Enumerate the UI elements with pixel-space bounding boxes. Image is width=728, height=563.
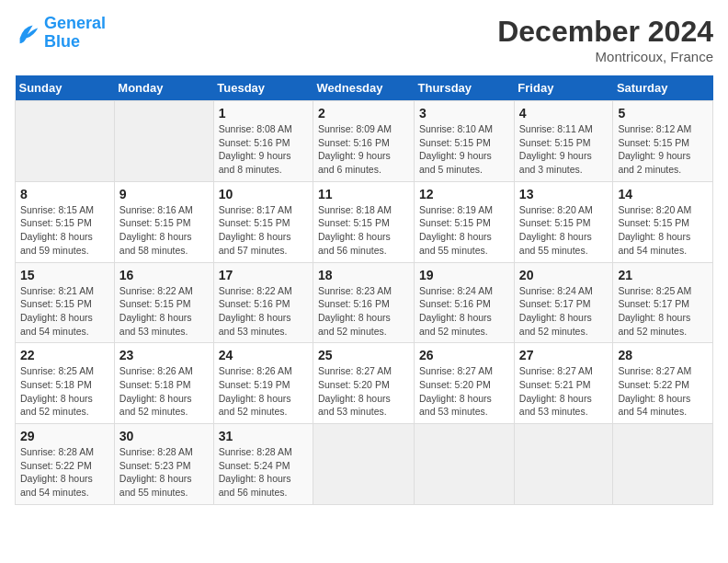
day-info: Sunrise: 8:27 AMSunset: 5:20 PMDaylight:… xyxy=(318,364,409,419)
day-number: 14 xyxy=(618,187,708,201)
location-subtitle: Montricoux, France xyxy=(497,49,713,64)
calendar-day-cell: 15Sunrise: 8:21 AMSunset: 5:15 PMDayligh… xyxy=(16,262,115,343)
day-info: Sunrise: 8:27 AMSunset: 5:20 PMDaylight:… xyxy=(419,364,509,419)
day-info: Sunrise: 8:19 AMSunset: 5:15 PMDaylight:… xyxy=(419,203,509,258)
empty-cell xyxy=(313,424,415,505)
calendar-week-row: 29Sunrise: 8:28 AMSunset: 5:22 PMDayligh… xyxy=(16,424,713,505)
day-number: 17 xyxy=(219,268,308,282)
calendar-day-cell: 23Sunrise: 8:26 AMSunset: 5:18 PMDayligh… xyxy=(114,343,213,424)
calendar-day-cell: 19Sunrise: 8:24 AMSunset: 5:16 PMDayligh… xyxy=(415,262,515,343)
day-number: 29 xyxy=(20,429,109,443)
day-info: Sunrise: 8:24 AMSunset: 5:17 PMDaylight:… xyxy=(519,284,609,339)
day-number: 18 xyxy=(318,268,409,282)
day-number: 21 xyxy=(618,268,708,282)
calendar-week-row: 22Sunrise: 8:25 AMSunset: 5:18 PMDayligh… xyxy=(16,343,713,424)
day-info: Sunrise: 8:25 AMSunset: 5:18 PMDaylight:… xyxy=(20,364,109,419)
calendar-day-cell: 2Sunrise: 8:09 AMSunset: 5:16 PMDaylight… xyxy=(313,101,415,182)
empty-cell xyxy=(16,101,115,182)
day-number: 15 xyxy=(20,268,109,282)
calendar-week-row: 15Sunrise: 8:21 AMSunset: 5:15 PMDayligh… xyxy=(16,262,713,343)
calendar-day-cell: 25Sunrise: 8:27 AMSunset: 5:20 PMDayligh… xyxy=(313,343,415,424)
calendar-day-cell: 13Sunrise: 8:20 AMSunset: 5:15 PMDayligh… xyxy=(514,181,613,262)
empty-cell xyxy=(514,424,613,505)
day-info: Sunrise: 8:22 AMSunset: 5:15 PMDaylight:… xyxy=(119,284,209,339)
calendar-day-cell: 21Sunrise: 8:25 AMSunset: 5:17 PMDayligh… xyxy=(613,262,713,343)
day-info: Sunrise: 8:09 AMSunset: 5:16 PMDaylight:… xyxy=(318,122,409,177)
logo: General Blue xyxy=(15,15,106,52)
col-header-friday: Friday xyxy=(514,75,613,101)
day-info: Sunrise: 8:26 AMSunset: 5:18 PMDaylight:… xyxy=(119,364,209,419)
day-info: Sunrise: 8:17 AMSunset: 5:15 PMDaylight:… xyxy=(219,203,308,258)
day-number: 23 xyxy=(119,348,209,362)
day-info: Sunrise: 8:15 AMSunset: 5:15 PMDaylight:… xyxy=(20,203,109,258)
logo-text: General Blue xyxy=(44,15,106,52)
day-number: 10 xyxy=(219,187,308,201)
col-header-tuesday: Tuesday xyxy=(213,75,313,101)
calendar-day-cell: 29Sunrise: 8:28 AMSunset: 5:22 PMDayligh… xyxy=(16,424,115,505)
day-info: Sunrise: 8:28 AMSunset: 5:24 PMDaylight:… xyxy=(219,445,308,500)
day-number: 5 xyxy=(618,106,708,121)
day-number: 24 xyxy=(219,348,308,362)
day-number: 11 xyxy=(318,187,409,201)
calendar-day-cell: 17Sunrise: 8:22 AMSunset: 5:16 PMDayligh… xyxy=(213,262,313,343)
day-number: 8 xyxy=(20,187,109,201)
calendar-week-row: 1Sunrise: 8:08 AMSunset: 5:16 PMDaylight… xyxy=(16,101,713,182)
day-info: Sunrise: 8:24 AMSunset: 5:16 PMDaylight:… xyxy=(419,284,509,339)
day-info: Sunrise: 8:20 AMSunset: 5:15 PMDaylight:… xyxy=(519,203,609,258)
calendar-day-cell: 16Sunrise: 8:22 AMSunset: 5:15 PMDayligh… xyxy=(114,262,213,343)
day-info: Sunrise: 8:25 AMSunset: 5:17 PMDaylight:… xyxy=(618,284,708,339)
day-number: 27 xyxy=(519,348,609,362)
calendar-day-cell: 12Sunrise: 8:19 AMSunset: 5:15 PMDayligh… xyxy=(415,181,515,262)
empty-cell xyxy=(114,101,213,182)
calendar-day-cell: 27Sunrise: 8:27 AMSunset: 5:21 PMDayligh… xyxy=(514,343,613,424)
calendar-day-cell: 31Sunrise: 8:28 AMSunset: 5:24 PMDayligh… xyxy=(213,424,313,505)
calendar-day-cell: 4Sunrise: 8:11 AMSunset: 5:15 PMDaylight… xyxy=(514,101,613,182)
calendar-day-cell: 18Sunrise: 8:23 AMSunset: 5:16 PMDayligh… xyxy=(313,262,415,343)
col-header-monday: Monday xyxy=(114,75,213,101)
calendar-day-cell: 10Sunrise: 8:17 AMSunset: 5:15 PMDayligh… xyxy=(213,181,313,262)
day-info: Sunrise: 8:18 AMSunset: 5:15 PMDaylight:… xyxy=(318,203,409,258)
calendar-day-cell: 24Sunrise: 8:26 AMSunset: 5:19 PMDayligh… xyxy=(213,343,313,424)
day-info: Sunrise: 8:26 AMSunset: 5:19 PMDaylight:… xyxy=(219,364,308,419)
day-number: 16 xyxy=(119,268,209,282)
day-number: 31 xyxy=(219,429,308,443)
day-number: 4 xyxy=(519,106,609,121)
day-info: Sunrise: 8:21 AMSunset: 5:15 PMDaylight:… xyxy=(20,284,109,339)
calendar-day-cell: 9Sunrise: 8:16 AMSunset: 5:15 PMDaylight… xyxy=(114,181,213,262)
calendar-week-row: 8Sunrise: 8:15 AMSunset: 5:15 PMDaylight… xyxy=(16,181,713,262)
day-info: Sunrise: 8:23 AMSunset: 5:16 PMDaylight:… xyxy=(318,284,409,339)
page-header: General Blue December 2024 Montricoux, F… xyxy=(15,15,713,64)
day-info: Sunrise: 8:11 AMSunset: 5:15 PMDaylight:… xyxy=(519,122,609,177)
day-number: 22 xyxy=(20,348,109,362)
day-number: 13 xyxy=(519,187,609,201)
calendar-day-cell: 30Sunrise: 8:28 AMSunset: 5:23 PMDayligh… xyxy=(114,424,213,505)
calendar-day-cell: 26Sunrise: 8:27 AMSunset: 5:20 PMDayligh… xyxy=(415,343,515,424)
day-info: Sunrise: 8:12 AMSunset: 5:15 PMDaylight:… xyxy=(618,122,708,177)
empty-cell xyxy=(415,424,515,505)
day-number: 19 xyxy=(419,268,509,282)
empty-cell xyxy=(613,424,713,505)
day-info: Sunrise: 8:16 AMSunset: 5:15 PMDaylight:… xyxy=(119,203,209,258)
calendar-day-cell: 5Sunrise: 8:12 AMSunset: 5:15 PMDaylight… xyxy=(613,101,713,182)
day-number: 28 xyxy=(618,348,708,362)
day-info: Sunrise: 8:10 AMSunset: 5:15 PMDaylight:… xyxy=(419,122,509,177)
day-info: Sunrise: 8:22 AMSunset: 5:16 PMDaylight:… xyxy=(219,284,308,339)
day-number: 12 xyxy=(419,187,509,201)
calendar-day-cell: 11Sunrise: 8:18 AMSunset: 5:15 PMDayligh… xyxy=(313,181,415,262)
calendar-day-cell: 3Sunrise: 8:10 AMSunset: 5:15 PMDaylight… xyxy=(415,101,515,182)
col-header-thursday: Thursday xyxy=(415,75,515,101)
day-info: Sunrise: 8:27 AMSunset: 5:22 PMDaylight:… xyxy=(618,364,708,419)
day-number: 25 xyxy=(318,348,409,362)
month-title: December 2024 xyxy=(497,15,713,49)
calendar-day-cell: 1Sunrise: 8:08 AMSunset: 5:16 PMDaylight… xyxy=(213,101,313,182)
day-info: Sunrise: 8:08 AMSunset: 5:16 PMDaylight:… xyxy=(219,122,308,177)
day-info: Sunrise: 8:27 AMSunset: 5:21 PMDaylight:… xyxy=(519,364,609,419)
calendar-header-row: SundayMondayTuesdayWednesdayThursdayFrid… xyxy=(16,75,713,101)
day-number: 9 xyxy=(119,187,209,201)
day-info: Sunrise: 8:20 AMSunset: 5:15 PMDaylight:… xyxy=(618,203,708,258)
calendar-table: SundayMondayTuesdayWednesdayThursdayFrid… xyxy=(15,75,713,505)
logo-icon xyxy=(15,20,40,46)
day-info: Sunrise: 8:28 AMSunset: 5:23 PMDaylight:… xyxy=(119,445,209,500)
day-number: 26 xyxy=(419,348,509,362)
calendar-day-cell: 20Sunrise: 8:24 AMSunset: 5:17 PMDayligh… xyxy=(514,262,613,343)
